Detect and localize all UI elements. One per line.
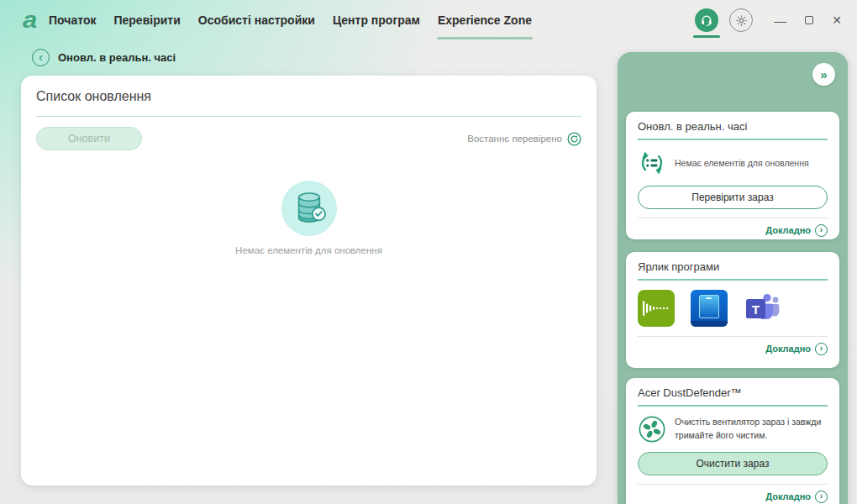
close-icon[interactable]: ✕ [832,14,842,26]
experience-zone-panel: » Оновл. в реальн. часі Немає елементів … [618,52,848,504]
nav-item-checkup[interactable]: Перевірити [112,10,181,30]
clean-now-button[interactable]: Очистити зараз [638,452,828,475]
acer-logo: a [23,9,36,32]
database-check-icon [292,190,326,227]
divider [638,484,828,485]
main-nav: Початок Перевірити Особисті настройки Це… [47,10,534,30]
collapse-panel-button[interactable]: » [812,63,835,86]
divider [638,218,828,218]
chevron-right-icon: › [815,343,828,355]
window-controls: — ✕ [774,14,842,27]
back-chevron-icon: ‹ [39,51,43,63]
back-button[interactable]: ‹ [32,49,50,66]
dust-defender-row: Очистіть вентилятор зараз і завжди трима… [638,415,828,444]
details-link[interactable]: Докладно [765,225,811,235]
settings-button[interactable] [729,8,753,32]
top-right-controls: — ✕ [695,0,842,40]
refresh-icon[interactable] [567,132,581,146]
app-shortcuts-row: T [638,289,828,328]
divider [638,279,828,281]
device-base [691,321,728,327]
details-link-row[interactable]: Докладно › [638,224,828,237]
card-title: Оновл. в реальн. часі [638,120,828,133]
last-checked: Востаннє перевірено [467,132,581,146]
dust-defender-card: Acer DustDefender™ Очистіть вентилятор з… [626,378,839,504]
check-now-button[interactable]: Перевірити зараз [638,186,828,209]
app-shortcut-card: Ярлик програми [626,252,839,368]
no-updates-illustration [281,181,337,236]
svg-text:T: T [752,302,760,317]
maximize-icon[interactable] [805,16,813,24]
divider [36,116,581,117]
details-link[interactable]: Докладно [765,344,811,354]
card-title: Ярлик програми [638,260,828,273]
live-update-card: Оновл. в реальн. часі Немає елементів дл… [626,112,839,239]
double-chevron-icon: » [820,68,827,81]
teams-logo-icon: T [744,290,782,327]
chevron-right-icon: › [815,224,828,237]
update-status-text: Немає елементів для оновлення [675,158,809,168]
nav-item-app-center[interactable]: Центр програм [331,10,422,30]
fan-icon [638,415,666,444]
audio-wave-app-icon[interactable] [638,290,675,327]
empty-message: Немає елементів для оновлення [235,245,382,255]
blue-device-app-icon[interactable] [691,290,728,327]
update-list-panel: Список оновлення Оновити Востаннє переві… [21,76,597,486]
update-toolbar: Оновити Востаннє перевірено [36,127,581,150]
details-link-row[interactable]: Докладно › [638,343,828,355]
dust-defender-description: Очистіть вентилятор зараз і завжди трима… [675,416,828,441]
page-title: Список оновлення [36,89,581,104]
gear-icon [735,14,748,27]
details-link[interactable]: Докладно [765,491,811,501]
last-checked-label: Востаннє перевірено [467,134,562,144]
empty-state: Немає елементів для оновлення [36,181,581,255]
divider [638,336,828,337]
nav-item-experience-zone[interactable]: Experience Zone [436,10,534,30]
device-screen [699,295,719,318]
sync-list-icon [638,149,666,177]
support-headset-button[interactable] [695,8,718,32]
chevron-right-icon: › [815,491,828,503]
minimize-icon[interactable]: — [774,14,786,27]
divider [638,139,828,140]
divider [638,405,828,407]
waveform-icon [641,298,671,318]
nav-item-start[interactable]: Початок [47,10,97,30]
headset-icon [700,13,713,27]
breadcrumb-label: Оновл. в реальн. часі [58,51,176,64]
update-button[interactable]: Оновити [36,127,142,150]
nav-item-personal-settings[interactable]: Особисті настройки [197,10,317,30]
teams-app-icon[interactable]: T [744,290,782,327]
breadcrumb: ‹ Оновл. в реальн. часі [32,49,176,66]
update-status-row: Немає елементів для оновлення [638,149,828,177]
card-title: Acer DustDefender™ [638,386,828,399]
details-link-row[interactable]: Докладно › [638,491,828,503]
top-bar: a Початок Перевірити Особисті настройки … [0,0,857,40]
